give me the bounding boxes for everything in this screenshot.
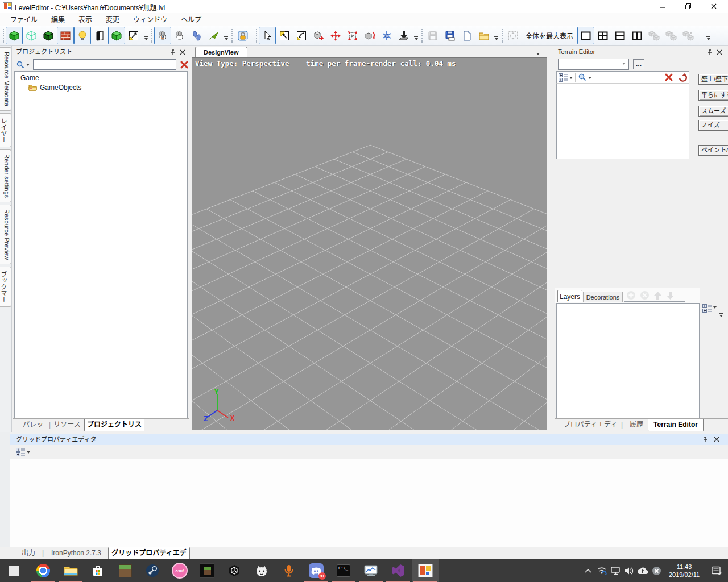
close-button[interactable] [701,0,726,13]
toolbar-grip[interactable] [256,29,257,43]
pin-icon[interactable] [701,435,709,443]
tab-property-editor[interactable]: プロパティエディター [562,419,619,430]
add-layer-icon[interactable] [626,290,636,300]
taskbar-steam[interactable] [139,559,166,582]
side-tab-layers[interactable]: レイヤー [0,113,11,147]
ungroup-objects-icon[interactable] [663,27,680,44]
minimize-button[interactable] [650,0,675,13]
hidden-icons-chevron-icon[interactable] [581,559,595,582]
toolbar-grip[interactable] [151,29,152,43]
taskbar-chrome[interactable] [30,559,57,582]
side-tab-resource-metadata[interactable]: Resource Metadata [0,47,11,111]
taskbar-command-prompt[interactable]: C:\_ [330,559,357,582]
scale-tool-icon[interactable] [344,27,361,44]
layout-quad-icon[interactable] [594,27,611,44]
solid-cube-icon[interactable] [6,27,23,44]
extrude-cube-icon[interactable] [310,27,327,44]
menu-window[interactable]: ウィンドウ [126,13,174,26]
grid-property-content[interactable] [10,459,728,547]
select-region-icon[interactable] [276,27,293,44]
regroup-objects-icon[interactable] [680,27,697,44]
tab-grid-property-editor[interactable]: グリッドプロパティエディター [108,547,190,560]
select-cursor-icon[interactable] [259,27,276,44]
open-folder-icon[interactable] [475,27,493,44]
tab-history[interactable]: 履歴 [626,419,647,430]
menu-help[interactable]: ヘルプ [174,13,208,26]
disconnected-icon[interactable] [650,559,663,582]
toolbar-overflow-button[interactable] [705,26,712,45]
hand-move-m-icon[interactable]: M [154,27,171,44]
toolbar-grip[interactable] [3,29,4,43]
side-tab-resource-preview[interactable]: Resource Preview [0,205,11,264]
taskbar-minecraft-launcher[interactable] [193,559,221,582]
action-center-icon[interactable] [705,559,728,582]
tab-output[interactable]: 出力 [17,547,40,559]
tree-node-gameobjects[interactable]: GameObjects [15,82,187,92]
light-bulb-icon[interactable] [74,27,91,44]
start-button[interactable] [0,559,27,582]
taskbar-visual-studio[interactable] [384,559,412,582]
save-icon[interactable] [424,27,441,44]
pin-icon[interactable] [169,48,177,56]
noise-button[interactable]: ノイズ [698,120,728,131]
layout-horizontal-icon[interactable] [611,27,628,44]
smooth-button[interactable]: スムーズ [698,106,728,117]
backface-cull-icon[interactable] [91,27,108,44]
group-objects-icon[interactable] [646,27,663,44]
fit-all-button[interactable]: 全体を最大表示 [522,27,577,44]
tab-project-list[interactable]: プロジェクトリスト [84,419,144,431]
tab-layers[interactable]: Layers [557,290,582,302]
move-up-icon[interactable] [653,291,662,300]
fly-camera-icon[interactable] [205,27,222,44]
paint-erase-button[interactable]: ペイント/消 [698,145,728,156]
save-as-icon[interactable]: I [441,27,458,44]
toolbar-overflow-button[interactable] [493,26,500,45]
toolbar-grip[interactable] [421,29,423,43]
lock-ui-icon[interactable] [234,27,251,44]
categorized-view-icon[interactable] [702,304,712,313]
toolbar-overflow-button[interactable] [717,306,725,322]
taskbar-microphone[interactable] [275,559,303,582]
taskbar-unity[interactable] [221,559,248,582]
categorized-view-icon[interactable] [16,448,26,456]
undo-icon[interactable] [677,73,687,82]
onedrive-icon[interactable] [636,559,650,582]
tab-terrain-editor[interactable]: Terrain Editor [648,419,704,431]
clear-search-icon[interactable] [180,60,189,69]
view-options-caret-icon[interactable] [713,306,717,310]
terrain-combobox[interactable] [558,59,629,70]
toolbar-overflow-button[interactable] [142,26,150,45]
taskbar-file-explorer[interactable] [57,559,84,582]
drop-to-ground-icon[interactable] [395,27,412,44]
clear-search-icon[interactable] [664,73,673,82]
menu-file[interactable]: ファイル [3,13,44,26]
raise-lower-button[interactable]: 盛上/盛下 [698,74,728,85]
view-options-caret-icon[interactable] [27,451,30,455]
delete-layer-icon[interactable] [640,290,650,300]
new-document-icon[interactable] [458,27,475,44]
move-down-icon[interactable] [666,291,675,300]
footprints-icon[interactable] [188,27,205,44]
side-tab-bookmarks[interactable]: ブックマー [0,267,11,307]
close-panel-icon[interactable] [715,48,723,56]
taskbar-performance-monitor[interactable] [357,559,384,582]
search-icon[interactable] [578,73,587,82]
pin-icon[interactable] [706,48,714,56]
side-tab-render-settings[interactable]: Render settings [0,149,11,202]
toolbar-grip[interactable] [231,29,233,43]
snap-tool-icon[interactable] [378,27,395,44]
tab-palette[interactable]: パレット [20,419,46,430]
toolbar-overflow-button[interactable] [222,26,230,45]
tree-root-node[interactable]: Game [15,72,187,82]
categorized-view-icon[interactable] [559,73,568,82]
taskbar-discord[interactable]: 9+ [303,559,330,582]
close-panel-icon[interactable] [713,435,721,443]
taskbar-foobar2000[interactable] [248,559,275,582]
translate-tool-icon[interactable] [327,27,344,44]
tab-ironpython[interactable]: IronPython 2.7.3 [48,547,105,559]
smooth-cube-icon[interactable] [108,27,125,44]
search-options-caret-icon[interactable] [26,64,30,68]
view-tabs-dropdown-icon[interactable] [536,53,540,57]
browse-button[interactable]: ... [633,59,644,69]
taskbar-minecraft[interactable] [111,559,139,582]
